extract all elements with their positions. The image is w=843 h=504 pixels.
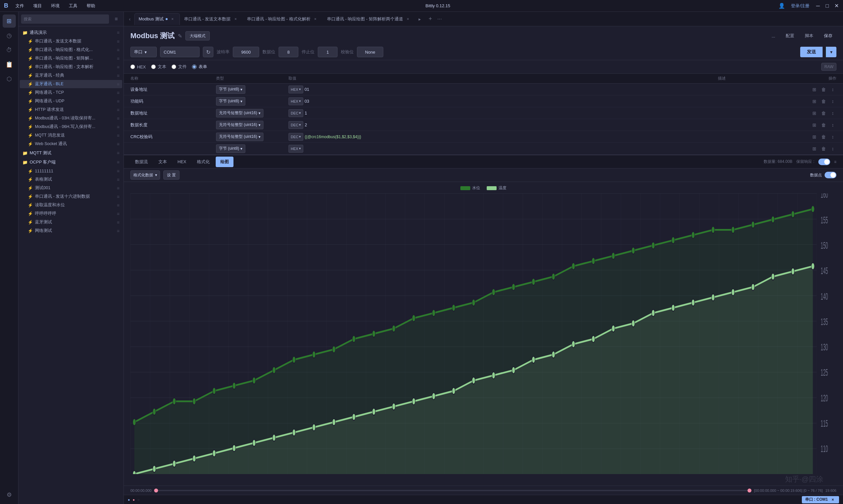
format-text[interactable]: 文本 <box>151 64 166 70</box>
sidebar-item-net-udp[interactable]: ⚡ 网络通讯 - UDP ≡ <box>20 97 122 105</box>
format-badge[interactable]: HEX ▾ <box>289 145 303 152</box>
sidebar-item-serial-hex[interactable]: ⚡ 串口通讯 - 发送十六进制数据 ≡ <box>20 193 122 201</box>
iconbar-item-clock[interactable]: ⏱ <box>3 43 16 57</box>
tab-prev-btn[interactable]: ‹ <box>125 15 134 24</box>
save-btn[interactable]: 保存 <box>820 31 837 40</box>
add-row-btn[interactable]: ⊞ <box>811 145 818 152</box>
move-row-btn[interactable]: ↕ <box>829 98 837 105</box>
iconbar-item-book[interactable]: 📋 <box>3 58 16 71</box>
chart-settings-btn[interactable]: 设 置 <box>163 170 179 180</box>
sidebar-item-test001[interactable]: ⚡ 测试001 ≡ <box>20 184 122 192</box>
format-table-radio[interactable] <box>192 65 196 69</box>
config-btn[interactable]: 配置 <box>782 31 798 40</box>
format-badge[interactable]: HEX ▾ <box>289 97 303 105</box>
sidebar-group-header-ocpp[interactable]: 📁 OCPP 客户端 ≡ <box>18 158 123 166</box>
tab-hex[interactable]: HEX <box>173 157 191 167</box>
restore-btn[interactable]: □ <box>825 3 830 8</box>
send-extra-btn[interactable]: ▾ <box>826 47 837 57</box>
sidebar-item-modbus-06h[interactable]: ⚡ Modbus通讯 - 06H.写入保持寄... ≡ <box>20 123 122 131</box>
delete-row-btn[interactable]: 🗑 <box>820 86 827 93</box>
delete-row-btn[interactable]: 🗑 <box>820 98 827 105</box>
tab-close-btn[interactable]: × <box>312 16 319 22</box>
tab-text[interactable]: 文本 <box>154 157 172 167</box>
iconbar-item-network[interactable]: ⬡ <box>3 72 16 86</box>
sidebar-item-modbus-03h[interactable]: ⚡ Modbus通讯 - 03H.读取保持寄... ≡ <box>20 114 122 122</box>
sidebar-item-huhuhuhuh[interactable]: ⚡ 呼呼呼呼呼 ≡ <box>20 210 122 218</box>
move-row-btn[interactable]: ↕ <box>829 133 837 141</box>
menu-tools[interactable]: 工具 <box>67 2 79 10</box>
tab-serial-chart-matrix[interactable]: 串口通讯 - 响应绘图 - 矩阵解析两个通道 × <box>323 13 415 25</box>
sidebar-item-serial-chart-matrix[interactable]: ⚡ 串口通讯 - 响应绘图 - 矩阵解... ≡ <box>20 54 122 62</box>
tab-overflow-btn[interactable]: ▸ <box>415 15 425 24</box>
parity-input[interactable] <box>357 47 383 57</box>
tab-more-btn[interactable]: ⋯ <box>435 15 444 24</box>
sidebar-item-mqtt[interactable]: ⚡ MQTT 消息发送 ≡ <box>20 131 122 140</box>
tab-serial-chart-fmt[interactable]: 串口通讯 - 响应绘图 - 格式化解析 × <box>243 13 322 25</box>
tab-serial-send[interactable]: 串口通讯 - 发送文本数据 × <box>180 13 243 25</box>
move-row-btn[interactable]: ↕ <box>829 121 837 129</box>
format-badge[interactable]: HEX ▾ <box>289 86 303 93</box>
format-hex-radio[interactable] <box>131 65 135 69</box>
type-dropdown[interactable]: 无符号短整型 (uint16) ▾ <box>216 132 263 141</box>
delete-row-btn[interactable]: 🗑 <box>820 145 827 152</box>
minimize-btn[interactable]: ─ <box>815 3 821 8</box>
type-dropdown[interactable]: 字节 (uint8) ▾ <box>216 85 245 94</box>
format-text-radio[interactable] <box>151 65 156 69</box>
search-input[interactable] <box>21 15 109 24</box>
port-value-input[interactable] <box>160 47 200 57</box>
datapoint-toggle-switch[interactable] <box>825 172 837 178</box>
menu-help[interactable]: 帮助 <box>85 2 97 10</box>
stop-bits-input[interactable] <box>318 47 338 57</box>
timeline-left-handle[interactable] <box>154 488 158 492</box>
sidebar-group-header-mqtt[interactable]: 📁 MQTT 测试 ≡ <box>18 149 123 157</box>
more-options-icon[interactable]: ≡ <box>834 160 837 164</box>
sidebar-group-header-comm-demo[interactable]: 📁 通讯演示 ≡ <box>18 28 123 37</box>
add-row-btn[interactable]: ⊞ <box>811 121 818 129</box>
add-row-btn[interactable]: ⊞ <box>811 98 818 105</box>
format-file-radio[interactable] <box>172 65 176 69</box>
tab-formatted[interactable]: 格式化 <box>192 157 214 167</box>
tab-close-btn[interactable]: × <box>233 16 238 22</box>
raw-toggle[interactable]: RAW <box>821 63 837 71</box>
sidebar-item-serial-chart-fmt[interactable]: ⚡ 串口通讯 - 响应绘图 - 格式化... ≡ <box>20 46 122 54</box>
format-table[interactable]: 表单 <box>192 64 207 70</box>
format-badge[interactable]: DEC ▾ <box>289 121 303 129</box>
timeline-bar[interactable] <box>154 490 752 491</box>
sidebar-item-temp-water[interactable]: ⚡ 读取温度和水位 ≡ <box>20 201 122 209</box>
delete-row-btn[interactable]: 🗑 <box>820 121 827 129</box>
sidebar-item-bt-test[interactable]: ⚡ 蓝牙测试 ≡ <box>20 218 122 226</box>
keep-response-toggle[interactable] <box>818 159 830 165</box>
refresh-btn[interactable]: ↻ <box>203 47 213 57</box>
menu-file[interactable]: 文件 <box>14 2 26 10</box>
tab-chart[interactable]: 绘图 <box>216 157 234 167</box>
sidebar-item-net-test[interactable]: ⚡ 网络测试 ≡ <box>20 227 122 235</box>
sidebar-item-serial-chart-text[interactable]: ⚡ 串口通讯 - 响应绘图 - 文本解析 ≡ <box>20 63 122 71</box>
type-dropdown[interactable]: 字节 (uint8) ▾ <box>216 144 245 153</box>
iconbar-item-settings[interactable]: ⚙ <box>3 488 16 501</box>
menu-env[interactable]: 环境 <box>49 2 62 10</box>
delete-row-btn[interactable]: 🗑 <box>820 133 827 141</box>
sidebar-item-bt-ble[interactable]: ⚡ 蓝牙通讯 - BLE ≡ <box>20 80 122 88</box>
close-btn[interactable]: ✕ <box>834 3 839 8</box>
format-file[interactable]: 文件 <box>172 64 187 70</box>
baud-input[interactable] <box>233 47 259 57</box>
type-dropdown[interactable]: 无符号短整型 (uint16) ▾ <box>216 121 263 129</box>
tab-add-btn[interactable]: + <box>426 15 435 24</box>
format-badge[interactable]: DEC ▾ <box>289 109 303 117</box>
add-row-btn[interactable]: ⊞ <box>811 133 818 141</box>
status-close-btn[interactable]: × <box>830 497 836 503</box>
add-row-btn[interactable]: ⊞ <box>811 110 818 117</box>
edit-icon[interactable]: ✎ <box>178 33 182 39</box>
port-type-dropdown[interactable]: 串口 ▾ <box>131 47 157 57</box>
sidebar-item-table-test[interactable]: ⚡ 表格测试 ≡ <box>20 175 122 184</box>
sidebar-item-111[interactable]: ⚡ 11111111 ≡ <box>20 167 122 175</box>
send-btn[interactable]: 发送 <box>800 47 823 57</box>
sidebar-item-serial-send[interactable]: ⚡ 串口通讯 - 发送文本数据 ≡ <box>20 37 122 46</box>
format-select-dropdown[interactable]: 格式化数据 ▾ <box>131 170 160 180</box>
type-dropdown[interactable]: 字节 (uint8) ▾ <box>216 97 245 106</box>
delete-row-btn[interactable]: 🗑 <box>820 110 827 117</box>
timeline-right-handle[interactable] <box>747 488 752 492</box>
tab-modbus-test[interactable]: Modbus 测试 × <box>134 13 180 25</box>
move-row-btn[interactable]: ↕ <box>829 86 837 93</box>
add-row-btn[interactable]: ⊞ <box>811 86 818 93</box>
